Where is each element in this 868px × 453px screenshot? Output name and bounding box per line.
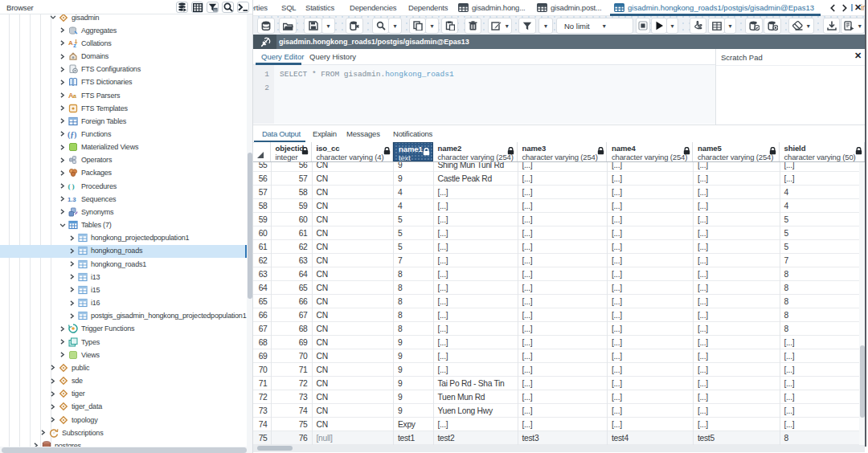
svg-text:1.3: 1.3 [68,195,76,202]
svg-text:( ): ( ) [68,182,74,190]
svg-text:(ƒ): (ƒ) [68,129,76,139]
svg-text:a: a [73,93,76,99]
